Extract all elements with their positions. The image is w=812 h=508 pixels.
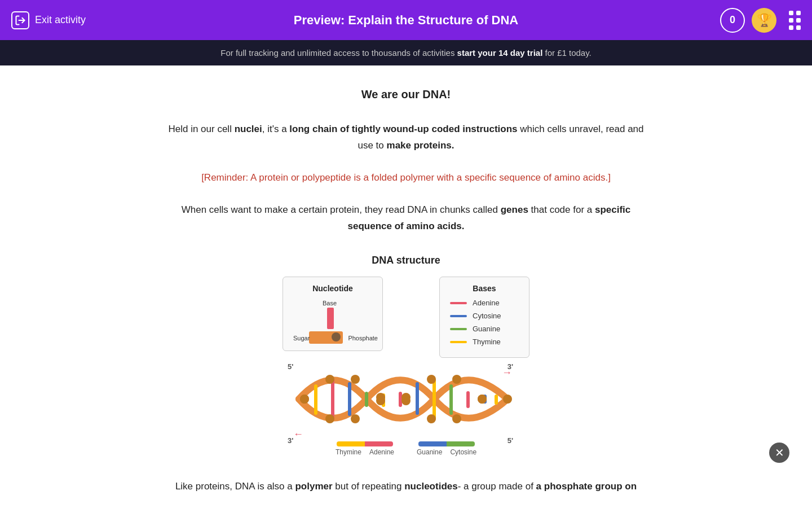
label-5-top-left: 5'	[288, 362, 293, 371]
thymine-color	[450, 341, 467, 343]
base-label: Base	[323, 300, 337, 306]
svg-point-23	[300, 395, 309, 404]
adenine-bar	[365, 441, 393, 446]
close-icon: ✕	[775, 446, 784, 459]
svg-point-16	[351, 375, 360, 384]
dna-section-title: DNA structure	[164, 255, 648, 266]
reminder-text: [Reminder: A protein or polypeptide is a…	[164, 170, 648, 186]
cytosine-bar	[447, 441, 475, 446]
label-3-bottom-left: 3'	[288, 436, 293, 445]
exit-button[interactable]: Exit activity	[11, 11, 86, 29]
base-item-guanine: Guanine	[450, 325, 519, 333]
svg-point-25	[351, 414, 360, 423]
menu-dots-button[interactable]	[789, 11, 801, 30]
guanine-color	[450, 328, 467, 330]
svg-point-30	[478, 395, 487, 404]
bases-card: Bases Adenine Cytosine Guanine Thymine	[439, 277, 529, 358]
exit-icon	[11, 11, 29, 29]
banner-text-bold: start your 14 day trial	[457, 48, 543, 58]
header-right: 0 🏆	[720, 8, 801, 33]
base-item-cytosine: Cytosine	[450, 312, 519, 320]
close-button[interactable]: ✕	[769, 443, 789, 463]
nucleotide-card: Nucleotide Base Sugar Phosphate	[283, 277, 383, 351]
thymine-legend-label: Thymine	[336, 448, 361, 456]
header: Exit activity Preview: Explain the Struc…	[0, 0, 812, 40]
legend-left-labels: Thymine Adenine	[336, 448, 394, 456]
legend-right-labels: Guanine Cytosine	[417, 448, 476, 456]
svg-point-15	[325, 375, 334, 384]
trophy-icon: 🏆	[757, 13, 772, 28]
adenine-legend-label: Adenine	[369, 448, 394, 456]
we-are-our-dna-title: We are our DNA!	[164, 88, 648, 101]
main-content: We are our DNA! Held in our cell nuclei,…	[152, 65, 660, 508]
label-5-bottom-right: 5'	[508, 436, 513, 445]
svg-point-20	[452, 375, 461, 384]
paragraph-1: Held in our cell nuclei, it's a long cha…	[164, 121, 648, 154]
nucleotide-card-title: Nucleotide	[293, 284, 372, 293]
banner-text-plain: For full tracking and unlimited access t…	[220, 48, 457, 58]
adenine-label: Adenine	[473, 299, 500, 307]
dna-helix-svg	[288, 362, 524, 436]
banner-text-suffix: for £1 today.	[542, 48, 591, 58]
score-badge: 0	[720, 8, 745, 33]
phosphate-label: Phosphate	[348, 335, 378, 341]
dna-diagram: Nucleotide Base Sugar Phosphate	[164, 277, 648, 495]
guanine-legend-label: Guanine	[417, 448, 442, 456]
svg-point-26	[376, 393, 385, 402]
thymine-bar	[337, 441, 365, 446]
svg-point-28	[427, 414, 436, 423]
promo-banner: For full tracking and unlimited access t…	[0, 40, 812, 65]
dna-helix-container: 5' 3' 3' 5' → ←	[288, 362, 524, 456]
arrow-right-top: →	[502, 367, 512, 379]
dna-legend: Thymine Adenine Guanine Cytosine	[288, 441, 524, 456]
svg-point-29	[452, 414, 461, 423]
svg-point-27	[401, 393, 411, 402]
thymine-label: Thymine	[473, 338, 501, 346]
cytosine-color	[450, 315, 467, 317]
svg-point-24	[325, 414, 334, 423]
svg-point-22	[503, 395, 512, 404]
adenine-color	[450, 302, 467, 304]
bottom-paragraph: Like proteins, DNA is also a polymer but…	[175, 479, 637, 495]
page-title: Preview: Explain the Structure of DNA	[294, 13, 519, 28]
svg-point-19	[427, 375, 436, 384]
guanine-bar	[418, 441, 447, 446]
base-item-thymine: Thymine	[450, 338, 519, 346]
trophy-badge: 🏆	[752, 8, 776, 33]
arrow-left-bottom: ←	[293, 428, 303, 440]
cytosine-label: Cytosine	[473, 312, 501, 320]
sugar-label: Sugar	[293, 335, 310, 341]
exit-label: Exit activity	[35, 14, 86, 26]
paragraph-2: When cells want to make a certain protei…	[164, 202, 648, 235]
cytosine-legend-label: Cytosine	[450, 448, 476, 456]
legend-right: Guanine Cytosine	[417, 441, 476, 456]
base-shape	[327, 308, 334, 329]
bases-card-title: Bases	[450, 284, 519, 293]
guanine-label: Guanine	[473, 325, 500, 333]
legend-left: Thymine Adenine	[336, 441, 394, 456]
base-item-adenine: Adenine	[450, 299, 519, 307]
